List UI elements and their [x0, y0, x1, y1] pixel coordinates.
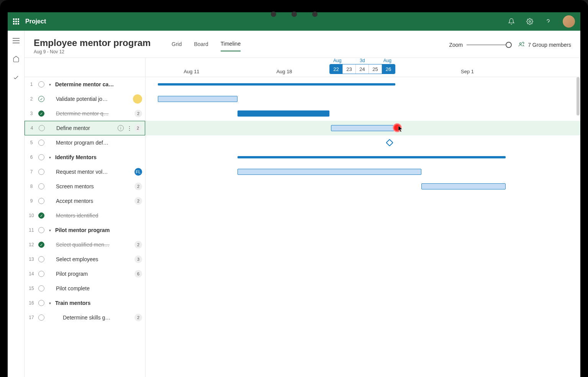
- task-name: Pilot complete: [49, 285, 142, 291]
- gantt-pane: Aug 11Aug 18Sep 1Aug3dAug2223242526: [146, 58, 580, 377]
- gantt-bar-task-dark[interactable]: [237, 110, 329, 117]
- help-icon[interactable]: [544, 18, 552, 25]
- task-checkbox[interactable]: [39, 125, 45, 131]
- gantt-row: [146, 237, 580, 252]
- more-icon[interactable]: ⋯: [126, 126, 133, 131]
- gantt-row: [146, 194, 580, 208]
- task-row[interactable]: 11▾Pilot mentor program: [25, 223, 145, 237]
- task-name: Identify Mentors: [55, 154, 142, 160]
- chevron-down-icon[interactable]: ▾: [49, 82, 54, 87]
- task-checkbox[interactable]: [38, 256, 44, 262]
- row-number: 13: [25, 257, 38, 262]
- task-checkbox[interactable]: [38, 140, 44, 146]
- header-right: Zoom 7 Group members: [449, 38, 571, 49]
- settings-icon[interactable]: [526, 18, 534, 25]
- date-box[interactable]: 26: [382, 64, 395, 74]
- tab-board[interactable]: Board: [194, 41, 208, 51]
- timeline-wrap: 1▾Determine mentor ca…2Validate potentia…: [25, 58, 580, 377]
- task-checkbox[interactable]: [38, 300, 44, 306]
- project-title: Employee mentor program: [34, 38, 156, 48]
- date-box[interactable]: 23: [343, 64, 356, 74]
- task-checkbox[interactable]: [38, 314, 44, 321]
- project-title-block: Employee mentor program Aug 9 - Nov 12: [34, 38, 156, 54]
- gantt-row: [146, 165, 580, 179]
- camera-dot: [271, 12, 276, 17]
- members-label: 7 Group members: [528, 42, 571, 48]
- task-name: Accept mentors: [49, 198, 132, 204]
- svg-point-4: [520, 43, 522, 44]
- task-row[interactable]: 12Select qualified men…2: [25, 237, 145, 252]
- chevron-down-icon[interactable]: ▾: [49, 155, 54, 160]
- task-checkbox[interactable]: [38, 227, 44, 233]
- task-row[interactable]: 13Select employees3: [25, 252, 145, 267]
- date-box[interactable]: 24: [356, 64, 369, 74]
- task-checkbox[interactable]: [38, 169, 44, 175]
- row-number: 1: [25, 82, 38, 87]
- row-number: 8: [25, 184, 38, 189]
- gantt-bar-summary[interactable]: [158, 83, 395, 86]
- date-box[interactable]: 22: [330, 64, 343, 74]
- date-box[interactable]: 25: [369, 64, 382, 74]
- task-row[interactable]: 16▾Train mentors: [25, 296, 145, 310]
- task-row[interactable]: 4Define mentori⋯2: [25, 121, 145, 135]
- assignee-avatar[interactable]: [133, 94, 142, 104]
- members-button[interactable]: 7 Group members: [518, 41, 571, 49]
- gantt-row: [146, 267, 580, 281]
- zoom-label: Zoom: [449, 42, 463, 48]
- task-row[interactable]: 5Mentor program def…: [25, 135, 145, 150]
- scrollbar-vertical[interactable]: [577, 77, 580, 115]
- notifications-icon[interactable]: [508, 18, 515, 25]
- task-checkbox[interactable]: [38, 212, 44, 219]
- count-badge: 2: [134, 197, 142, 205]
- gantt-row: [146, 135, 580, 150]
- user-avatar[interactable]: [563, 15, 575, 28]
- task-checkbox[interactable]: [38, 198, 44, 204]
- home-icon[interactable]: [9, 52, 23, 66]
- gantt-bar-task[interactable]: [237, 169, 421, 175]
- gantt-bar-task[interactable]: [331, 125, 394, 131]
- task-checkbox[interactable]: [38, 285, 44, 291]
- tab-grid[interactable]: Grid: [172, 41, 182, 51]
- task-checkbox[interactable]: [38, 242, 44, 248]
- task-row[interactable]: 15Pilot complete: [25, 281, 145, 296]
- task-row[interactable]: 2Validate potential jo…: [25, 92, 145, 106]
- task-checkbox[interactable]: [38, 110, 44, 117]
- task-header-spacer: [25, 58, 145, 77]
- task-row[interactable]: 6▾Identify Mentors: [25, 150, 145, 165]
- chevron-down-icon[interactable]: ▾: [49, 228, 54, 232]
- row-number: 3: [25, 111, 38, 116]
- left-rail: [8, 31, 25, 377]
- task-checkbox[interactable]: [38, 271, 44, 277]
- gantt-bar-task[interactable]: [421, 183, 506, 189]
- zoom-slider[interactable]: [467, 44, 509, 45]
- gantt-bar-task[interactable]: [158, 96, 237, 102]
- count-badge: 2: [134, 241, 142, 249]
- chevron-down-icon[interactable]: ▾: [49, 301, 54, 305]
- zoom-handle[interactable]: [506, 42, 512, 48]
- task-row[interactable]: 14Pilot program6: [25, 267, 145, 281]
- svg-point-0: [529, 21, 531, 23]
- task-row[interactable]: 8Screen mentors2: [25, 179, 145, 194]
- gantt-row: [146, 77, 580, 92]
- task-row[interactable]: 1▾Determine mentor ca…: [25, 77, 145, 92]
- task-checkbox[interactable]: [38, 183, 44, 189]
- task-list: 1▾Determine mentor ca…2Validate potentia…: [25, 77, 145, 325]
- info-icon[interactable]: i: [118, 125, 124, 131]
- check-icon[interactable]: [9, 71, 23, 84]
- gantt-bar-milestone[interactable]: [386, 139, 393, 147]
- task-row[interactable]: 3Determine mentor q…2: [25, 106, 145, 121]
- task-row[interactable]: 10Mentors identified: [25, 208, 145, 223]
- task-row[interactable]: 9Accept mentors2: [25, 194, 145, 208]
- task-checkbox[interactable]: [38, 96, 44, 102]
- task-checkbox[interactable]: [38, 154, 44, 160]
- menu-icon[interactable]: [9, 34, 23, 48]
- tab-timeline[interactable]: Timeline: [221, 41, 241, 51]
- app-launcher-icon[interactable]: [13, 18, 19, 25]
- gantt-bar-summary[interactable]: [237, 156, 506, 158]
- gantt-row: [146, 310, 580, 325]
- task-row[interactable]: 7Request mentor vol…FL: [25, 165, 145, 179]
- gantt-row: [146, 208, 580, 223]
- task-checkbox[interactable]: [38, 81, 44, 87]
- task-row[interactable]: 17Determine skills g…2: [25, 310, 145, 325]
- task-name: Select employees: [49, 256, 132, 262]
